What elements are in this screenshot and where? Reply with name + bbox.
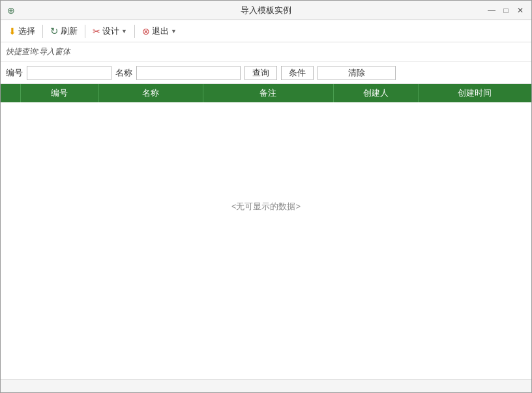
exit-icon — [142, 26, 150, 36]
refresh-label: 刷新 — [61, 25, 78, 37]
th-chuangjianshijian: 创建时间 — [418, 84, 531, 102]
title-bar-controls: — □ ✕ — [486, 5, 526, 16]
condition-button[interactable]: 条件 — [281, 66, 314, 80]
refresh-button[interactable]: 刷新 — [46, 23, 81, 40]
empty-row: <无可显示的数据> — [1, 102, 531, 311]
th-mingcheng: 名称 — [98, 84, 203, 102]
status-bar — [1, 379, 531, 392]
exit-button[interactable]: 退出 ▼ — [138, 23, 181, 40]
th-beizhu: 备注 — [203, 84, 333, 102]
search-row: 编号 名称 查询 条件 清除 — [1, 62, 531, 84]
select-button[interactable]: 选择 — [5, 23, 39, 40]
table-container: 编号 名称 备注 创建人 创建时间 — [1, 84, 531, 379]
th-chuangjianren: 创建人 — [333, 84, 418, 102]
divider-3 — [134, 25, 135, 38]
mingcheng-label: 名称 — [115, 67, 132, 79]
data-table: 编号 名称 备注 创建人 创建时间 — [1, 84, 531, 311]
quick-search-label: 快捷查询:导入窗体 — [6, 46, 70, 57]
table-header-row: 编号 名称 备注 创建人 创建时间 — [1, 84, 531, 102]
refresh-icon — [50, 25, 59, 37]
quick-search-bar: 快捷查询:导入窗体 — [1, 42, 531, 62]
design-icon — [93, 26, 100, 36]
bianhao-label: 编号 — [6, 67, 23, 79]
th-checkbox — [1, 84, 20, 102]
mingcheng-input[interactable] — [136, 66, 241, 80]
minimize-button[interactable]: — — [486, 5, 497, 16]
divider-1 — [42, 25, 43, 38]
design-label: 设计 — [102, 25, 119, 37]
empty-message: <无可显示的数据> — [1, 102, 531, 311]
exit-arrow: ▼ — [171, 28, 177, 35]
select-icon — [8, 26, 16, 36]
design-button[interactable]: 设计 ▼ — [89, 23, 131, 40]
design-arrow: ▼ — [121, 28, 127, 35]
maximize-button[interactable]: □ — [500, 5, 512, 16]
clear-button[interactable]: 清除 — [318, 66, 396, 80]
divider-2 — [85, 25, 85, 38]
bianhao-input[interactable] — [27, 66, 111, 80]
close-button[interactable]: ✕ — [514, 5, 526, 16]
window-title: 导入模板实例 — [241, 5, 291, 16]
query-button[interactable]: 查询 — [244, 66, 277, 80]
toolbar: 选择 刷新 设计 ▼ 退出 ▼ — [1, 20, 531, 42]
main-window: ⊕ 导入模板实例 — □ ✕ 选择 刷新 设计 ▼ 退出 ▼ — [0, 0, 532, 393]
title-bar: ⊕ 导入模板实例 — □ ✕ — [1, 1, 531, 20]
title-bar-left: ⊕ — [6, 5, 16, 16]
select-label: 选择 — [18, 25, 35, 37]
exit-label: 退出 — [152, 25, 169, 37]
th-bianhao: 编号 — [20, 84, 98, 102]
app-icon: ⊕ — [6, 5, 16, 16]
